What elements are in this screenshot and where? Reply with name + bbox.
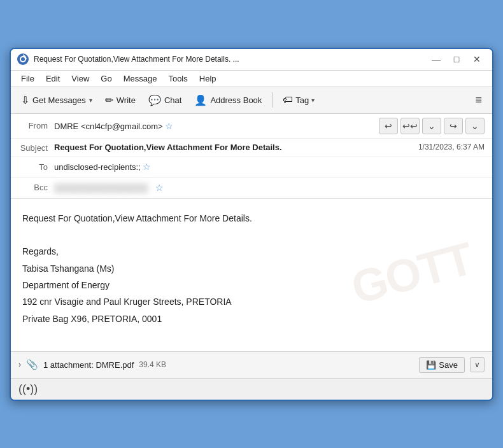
tag-icon: 🏷 <box>283 94 293 106</box>
forward-button[interactable]: ↪ <box>444 118 463 134</box>
attachment-bar: › 📎 1 attachment: DMRE.pdf 39.4 KB 💾 Sav… <box>11 351 492 378</box>
attachment-expand-icon[interactable]: › <box>18 360 21 369</box>
tag-label: Tag <box>295 95 309 105</box>
chat-button[interactable]: 💬 Chat <box>143 92 187 109</box>
toolbar: ⇩ Get Messages ▾ ✏ Write 💬 Chat 👤 Addres… <box>11 87 492 114</box>
get-messages-label: Get Messages <box>32 95 86 105</box>
menu-bar: File Edit View Go Message Tools Help <box>11 71 492 87</box>
write-icon: ✏ <box>105 94 113 106</box>
from-star-icon[interactable]: ☆ <box>165 121 173 131</box>
more-button[interactable]: ≡ <box>470 91 487 109</box>
from-address: DMRE <cnl4cfp@gmail.com> <box>54 122 163 131</box>
body-line-1 <box>22 228 481 242</box>
window-controls: — □ ✕ <box>427 52 486 66</box>
menu-file[interactable]: File <box>16 73 39 85</box>
body-line-3: Tabisa Tshangana (Ms) <box>22 262 481 276</box>
to-address: undisclosed-recipients:; <box>54 162 141 172</box>
more-actions-button[interactable]: ⌄ <box>465 118 485 134</box>
toolbar-divider <box>272 92 273 108</box>
body-line-5: 192 cnr Visagie and Paul Kruger Streets,… <box>22 295 481 309</box>
save-dropdown-button[interactable]: ∨ <box>470 357 485 372</box>
chat-label: Chat <box>164 95 181 105</box>
title-bar-left: Request For Quotation,View Attachment Fo… <box>17 53 239 65</box>
attachment-label: 1 attachment: DMRE.pdf <box>43 360 134 370</box>
get-messages-button[interactable]: ⇩ Get Messages ▾ <box>16 92 97 109</box>
get-messages-icon: ⇩ <box>21 94 29 106</box>
bcc-address: ████████████████ <box>54 183 148 193</box>
subject-left: Subject Request For Quotation,View Attac… <box>18 143 282 153</box>
bcc-star-icon[interactable]: ☆ <box>155 183 164 193</box>
email-header: From DMRE <cnl4cfp@gmail.com> ☆ ↩ ↩↩ ⌄ ↪… <box>11 114 492 199</box>
write-label: Write <box>117 95 136 105</box>
save-button[interactable]: 💾 Save <box>419 357 465 373</box>
save-icon: 💾 <box>426 360 436 370</box>
reply-all-button[interactable]: ↩↩ <box>400 118 420 134</box>
title-bar: Request For Quotation,View Attachment Fo… <box>11 49 492 71</box>
timestamp: 1/31/2023, 6:37 AM <box>418 143 485 151</box>
window-title: Request For Quotation,View Attachment Fo… <box>34 55 239 64</box>
menu-view[interactable]: View <box>66 73 94 85</box>
email-body: GOTT Request For Quotation,View Attachme… <box>11 199 492 351</box>
tag-dropdown-arrow: ▾ <box>311 97 315 104</box>
bcc-row: Bcc ████████████████ ☆ <box>11 178 492 198</box>
address-book-label: Address Book <box>210 95 262 105</box>
menu-help[interactable]: Help <box>194 73 222 85</box>
menu-message[interactable]: Message <box>118 73 162 85</box>
attachment-clip-icon: 📎 <box>26 359 38 370</box>
address-book-icon: 👤 <box>194 94 207 106</box>
reply-button[interactable]: ↩ <box>379 118 398 134</box>
address-book-button[interactable]: 👤 Address Book <box>189 92 267 109</box>
tag-button[interactable]: 🏷 Tag ▾ <box>278 92 320 108</box>
menu-tools[interactable]: Tools <box>163 73 192 85</box>
to-value: undisclosed-recipients:; ☆ <box>54 162 485 172</box>
email-window: Request For Quotation,View Attachment Fo… <box>10 48 493 401</box>
subject-value: Request For Quotation,View Attachment Fo… <box>54 143 282 153</box>
menu-go[interactable]: Go <box>96 73 117 85</box>
bcc-value: ████████████████ ☆ <box>54 183 485 193</box>
close-button[interactable]: ✕ <box>468 52 486 66</box>
from-label: From <box>18 121 54 130</box>
to-label: To <box>18 162 54 172</box>
minimize-button[interactable]: — <box>427 52 445 66</box>
get-messages-dropdown-arrow: ▾ <box>89 97 92 104</box>
chat-icon: 💬 <box>148 94 161 106</box>
status-bar: ((•)) <box>11 378 492 400</box>
from-value: DMRE <cnl4cfp@gmail.com> ☆ <box>54 121 379 131</box>
body-line-4: Department of Energy <box>22 278 481 292</box>
app-icon <box>17 53 29 65</box>
subject-row: Subject Request For Quotation,View Attac… <box>11 139 492 157</box>
signal-icon: ((•)) <box>18 382 38 396</box>
from-row: From DMRE <cnl4cfp@gmail.com> ☆ ↩ ↩↩ ⌄ ↪… <box>11 114 492 139</box>
write-button[interactable]: ✏ Write <box>100 92 141 109</box>
subject-label: Subject <box>18 143 54 153</box>
menu-edit[interactable]: Edit <box>41 73 65 85</box>
body-line-6: Private Bag X96, PRETORIA, 0001 <box>22 312 481 326</box>
svg-point-2 <box>21 57 25 61</box>
save-label: Save <box>439 360 458 370</box>
body-line-0: Request For Quotation,View Attachment Fo… <box>22 211 481 225</box>
maximize-button[interactable]: □ <box>448 52 465 66</box>
to-star-icon[interactable]: ☆ <box>143 162 151 172</box>
expand-button[interactable]: ⌄ <box>422 118 441 134</box>
body-line-2: Regards, <box>22 244 481 258</box>
action-buttons: ↩ ↩↩ ⌄ ↪ ⌄ <box>379 118 485 134</box>
bcc-label: Bcc <box>18 183 54 192</box>
to-row: To undisclosed-recipients:; ☆ <box>11 157 492 178</box>
attachment-size: 39.4 KB <box>139 360 166 369</box>
